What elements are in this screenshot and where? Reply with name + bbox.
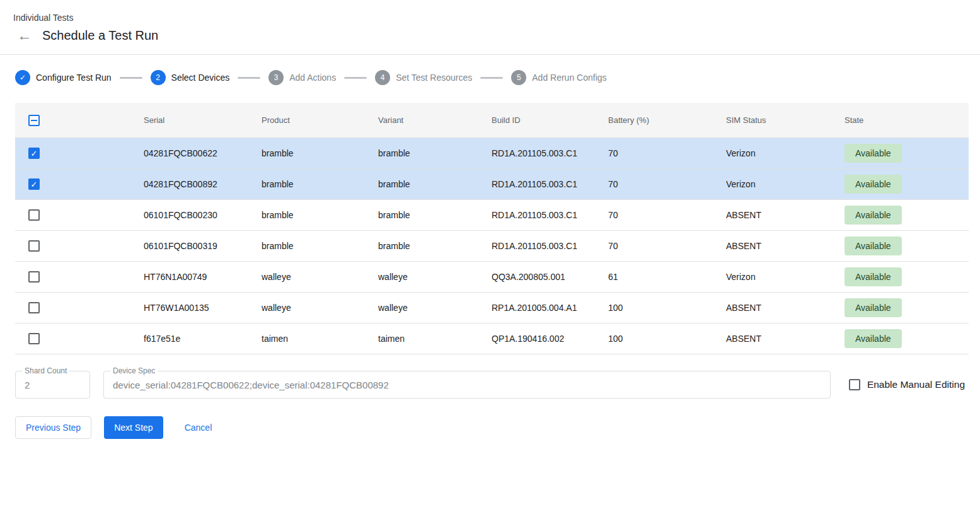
cell-variant: bramble [378,241,492,251]
table-row: ✓ 04281FQCB00892 bramble bramble RD1A.20… [15,169,969,200]
enable-manual-editing-checkbox[interactable] [849,379,860,390]
cell-serial: 04281FQCB00622 [144,148,262,158]
column-header-sim-status: SIM Status [726,115,845,125]
cell-product: walleye [262,303,378,313]
row-checkbox[interactable] [28,209,40,221]
cell-sim-status: ABSENT [726,334,845,344]
back-arrow-icon[interactable]: ← [17,28,32,43]
step-label-configure-test-run: Configure Test Run [36,73,112,83]
row-checkbox[interactable]: ✓ [28,148,40,159]
step-set-test-resources: 4 Set Test Resources [375,70,472,85]
step-connector [120,77,142,79]
cell-serial: 06101FQCB00319 [144,241,262,251]
cancel-button[interactable]: Cancel [175,416,222,439]
cell-product: bramble [262,210,378,220]
cell-product: bramble [262,148,378,158]
row-checkbox[interactable]: ✓ [28,178,40,190]
cell-sim-status: ABSENT [726,241,845,251]
schedule-test-run-page: Individual Tests ← Schedule a Test Run ✓… [0,0,980,439]
cell-battery: 70 [608,210,726,220]
cell-sim-status: Verizon [726,179,845,189]
topbar: Individual Tests ← Schedule a Test Run [0,0,980,43]
next-step-button[interactable]: Next Step [104,416,163,439]
state-badge: Available [845,267,902,286]
cell-sim-status: ABSENT [726,303,845,313]
table-row: 06101FQCB00319 bramble bramble RD1A.2011… [15,231,969,262]
cell-variant: bramble [378,179,492,189]
step-number-5: 5 [511,70,526,85]
breadcrumb: Individual Tests [13,13,965,23]
cell-battery: 70 [608,179,726,189]
actions-row: Previous Step Next Step Cancel [15,416,965,439]
step-connector [344,77,367,79]
device-table: Serial Product Variant Build ID Battery … [15,103,969,354]
cell-build-id: QP1A.190416.002 [492,334,608,344]
row-checkbox[interactable] [28,333,40,344]
row-checkbox[interactable] [28,240,40,252]
state-badge: Available [845,175,902,194]
cell-build-id: RD1A.201105.003.C1 [492,148,608,158]
cell-sim-status: Verizon [726,148,845,158]
previous-step-button[interactable]: Previous Step [15,416,91,439]
header-divider [0,54,980,55]
title-row: ← Schedule a Test Run [13,28,965,43]
shard-count-input[interactable] [16,371,89,398]
step-configure-test-run[interactable]: ✓ Configure Test Run [15,70,112,85]
shard-count-label: Shard Count [22,366,69,375]
cell-serial: 06101FQCB00230 [144,210,262,220]
select-all-checkbox[interactable] [28,115,40,126]
state-badge: Available [845,236,902,255]
step-add-rerun-configs: 5 Add Rerun Configs [511,70,606,85]
table-row: ✓ 04281FQCB00622 bramble bramble RD1A.20… [15,138,969,169]
table-header-row: Serial Product Variant Build ID Battery … [15,103,969,138]
page-title: Schedule a Test Run [42,28,158,43]
shard-count-field: Shard Count [15,371,90,399]
step-label-add-rerun-configs: Add Rerun Configs [532,73,606,83]
step-connector [480,77,503,79]
cell-variant: walleye [378,303,492,313]
cell-product: walleye [262,272,378,282]
indeterminate-dash-icon [31,120,37,121]
row-checkbox[interactable] [28,271,40,283]
enable-manual-editing[interactable]: Enable Manual Editing [849,379,965,390]
table-row: f617e51e taimen taimen QP1A.190416.002 1… [15,324,969,354]
cell-serial: f617e51e [144,334,262,344]
step-label-add-actions: Add Actions [289,73,336,83]
step-select-devices[interactable]: 2 Select Devices [151,70,230,85]
enable-manual-editing-label: Enable Manual Editing [867,379,965,390]
cell-variant: walleye [378,272,492,282]
cell-build-id: RD1A.201105.003.C1 [492,241,608,251]
cell-product: taimen [262,334,378,344]
column-header-battery: Battery (%) [608,115,726,125]
state-badge: Available [845,206,902,225]
step-label-set-test-resources: Set Test Resources [396,73,472,83]
device-spec-form: Shard Count Device Spec Enable Manual Ed… [15,371,965,399]
stepper: ✓ Configure Test Run 2 Select Devices 3 … [15,70,980,85]
step-label-select-devices: Select Devices [171,73,230,83]
column-header-serial: Serial [144,115,262,125]
column-header-product: Product [262,115,378,125]
cell-serial: HT76N1A00749 [144,272,262,282]
cell-battery: 100 [608,334,726,344]
cell-variant: bramble [378,148,492,158]
device-spec-input[interactable] [104,371,830,398]
step-number-3: 3 [268,70,284,85]
row-checkbox[interactable] [28,302,40,313]
cell-battery: 61 [608,272,726,282]
cell-variant: bramble [378,210,492,220]
cell-battery: 70 [608,241,726,251]
step-completed-check-icon: ✓ [15,70,30,85]
state-badge: Available [845,144,902,163]
device-spec-label: Device Spec [110,366,158,375]
table-row: HT76N1A00749 walleye walleye QQ3A.200805… [15,262,969,293]
cell-sim-status: Verizon [726,272,845,282]
step-connector [238,77,260,79]
cell-serial: 04281FQCB00892 [144,179,262,189]
state-badge: Available [845,329,902,348]
cell-build-id: RD1A.201105.003.C1 [492,179,608,189]
column-header-variant: Variant [378,115,492,125]
device-spec-field: Device Spec [103,371,831,399]
table-row: HT76W1A00135 walleye walleye RP1A.201005… [15,293,969,324]
step-number-2: 2 [151,70,166,85]
table-row: 06101FQCB00230 bramble bramble RD1A.2011… [15,200,969,231]
